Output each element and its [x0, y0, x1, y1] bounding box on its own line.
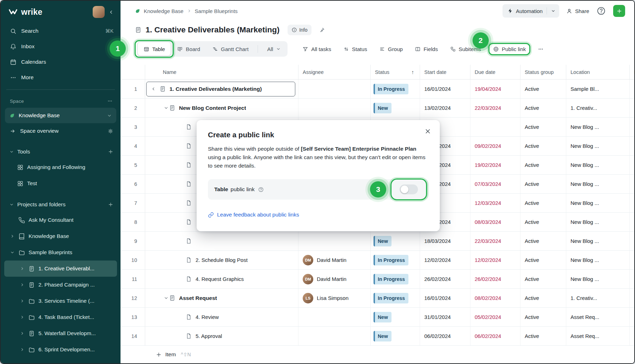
breadcrumb-knowledge-base[interactable]: Knowledge Base	[144, 8, 184, 14]
column-header-start-date[interactable]: Start date	[420, 65, 470, 79]
sidebar-item-6-sprint-developmen[interactable]: 6. Sprint Developmen...	[4, 341, 117, 358]
column-header-status-group[interactable]: Status group	[520, 65, 566, 79]
due-date-cell[interactable]: 19/04/2024	[470, 80, 520, 98]
start-date-cell[interactable]: 16/01/2024	[420, 80, 470, 98]
sidebar-item-knowledge-base[interactable]: Knowledge Base	[4, 228, 117, 244]
files-cell[interactable]	[630, 308, 634, 326]
column-header-name[interactable]: Name	[145, 65, 298, 79]
files-cell[interactable]	[630, 251, 634, 269]
status-group-cell[interactable]: Active	[520, 137, 566, 155]
name-cell[interactable]: 4. Request Graphics	[145, 270, 298, 288]
start-date-cell[interactable]: 26/02/2024	[420, 270, 470, 288]
view-filter-all-dropdown[interactable]: All	[261, 42, 286, 56]
status-cell[interactable]: New	[371, 99, 420, 117]
location-cell[interactable]: Asset Req...	[566, 327, 630, 345]
assignee-cell[interactable]	[298, 308, 371, 326]
automation-button[interactable]: Automation	[503, 4, 559, 18]
start-date-cell[interactable]: 31/01/2024	[420, 308, 470, 326]
start-date-cell[interactable]: 18/03/2024	[420, 232, 470, 250]
view-tab-board[interactable]: Board	[171, 42, 206, 56]
due-date-cell[interactable]: 12/02/2024	[470, 251, 520, 269]
column-header-files[interactable]: Fi	[630, 65, 634, 79]
start-date-cell[interactable]: 13/02/2024	[420, 99, 470, 117]
status-badge[interactable]: New	[374, 331, 392, 341]
status-badge[interactable]: In Progress	[374, 274, 408, 284]
column-header-status[interactable]: Status↑	[371, 65, 420, 79]
sidebar-section-projects[interactable]: Projects and folders	[1, 197, 121, 212]
status-badge[interactable]: In Progress	[374, 255, 408, 265]
location-cell[interactable]: 1. Creativ...	[566, 99, 630, 117]
chevron-down-icon[interactable]	[551, 8, 556, 13]
due-date-cell[interactable]: 26/02/2024	[470, 270, 520, 288]
status-group-cell[interactable]: Active	[520, 251, 566, 269]
files-cell[interactable]	[630, 175, 634, 193]
due-date-cell[interactable]: 08/02/2024	[470, 289, 520, 307]
info-button[interactable]: Info	[288, 25, 311, 35]
sort-ascending-indicator[interactable]: ↑	[412, 69, 414, 75]
status-group-cell[interactable]: Active	[520, 213, 566, 231]
status-group-cell[interactable]: Active	[520, 327, 566, 345]
sidebar-item-calendars[interactable]: Calendars	[1, 54, 121, 70]
due-date-cell[interactable]: 22/03/2024	[470, 99, 520, 117]
location-cell[interactable]: New Blog ...	[566, 137, 630, 155]
add-item-row[interactable]: Item ^⇧N	[121, 346, 634, 363]
status-group-cell[interactable]: Active	[520, 118, 566, 136]
sidebar-item-inbox[interactable]: Inbox	[1, 39, 121, 54]
location-cell[interactable]: New Blog ...	[566, 232, 630, 250]
status-group-cell[interactable]: Active	[520, 232, 566, 250]
assignee-cell[interactable]	[298, 80, 371, 98]
status-cell[interactable]: New	[371, 308, 420, 326]
start-date-cell[interactable]: 06/02/2024	[420, 327, 470, 345]
breadcrumb-sample-blueprints[interactable]: Sample Blueprints	[195, 8, 238, 14]
toolbar-more-button[interactable]	[538, 46, 544, 52]
name-cell[interactable]: New Blog Content Project	[145, 99, 298, 117]
sidebar-section-tools[interactable]: Tools	[1, 144, 121, 159]
files-cell[interactable]	[630, 118, 634, 136]
assignee-cell[interactable]: LSLisa Simpson	[298, 289, 371, 307]
share-button[interactable]: Share	[566, 8, 589, 14]
assignee-cell[interactable]: DMDavid Martin	[298, 270, 371, 288]
status-group-cell[interactable]: Active	[520, 175, 566, 193]
column-header-assignee[interactable]: Assignee	[298, 65, 371, 79]
fields-button[interactable]: Fields	[415, 46, 438, 52]
location-cell[interactable]: New Blog ...	[566, 213, 630, 231]
sidebar-item-more[interactable]: More	[1, 70, 121, 85]
sidebar-item-space-overview[interactable]: Space overview	[1, 123, 121, 139]
name-cell[interactable]	[145, 232, 298, 250]
status-group-cell[interactable]: Active	[520, 80, 566, 98]
help-question-icon[interactable]	[258, 187, 264, 193]
sidebar-item-search[interactable]: Search ⌘K	[1, 23, 121, 39]
status-badge[interactable]: In Progress	[374, 293, 408, 303]
status-badge[interactable]: New	[374, 312, 392, 322]
column-header-due-date[interactable]: Due date	[470, 65, 520, 79]
status-badge[interactable]: In Progress	[374, 84, 408, 94]
due-date-cell[interactable]: 22/03/2024	[470, 232, 520, 250]
status-badge[interactable]: New	[374, 236, 392, 246]
location-cell[interactable]: New Blog ...	[566, 175, 630, 193]
due-date-cell[interactable]: 08/03/2024	[470, 213, 520, 231]
sidebar-item-test[interactable]: Test	[4, 175, 117, 192]
assignee-cell[interactable]	[298, 327, 371, 345]
due-date-cell[interactable]: 06/02/2024	[470, 327, 520, 345]
files-cell[interactable]	[630, 232, 634, 250]
files-cell[interactable]	[630, 137, 634, 155]
status-group-cell[interactable]: Active	[520, 99, 566, 117]
create-new-button[interactable]	[613, 5, 625, 17]
due-date-cell[interactable]: 07/03/2024	[470, 175, 520, 193]
add-tool-button[interactable]	[108, 149, 113, 155]
sidebar-collapse-button[interactable]	[108, 9, 114, 15]
status-cell[interactable]: New	[371, 232, 420, 250]
sidebar-item-ask-my-consultant[interactable]: Ask My Consultant	[4, 212, 117, 228]
name-cell[interactable]: 4. Review	[145, 308, 298, 326]
due-date-cell[interactable]: 12/03/2024	[470, 194, 520, 212]
location-cell[interactable]: New Blog ...	[566, 156, 630, 174]
due-date-cell[interactable]: 05/02/2024	[470, 308, 520, 326]
selected-item-outline[interactable]: 1. Creative Deliverables (Marketing)	[146, 82, 295, 96]
files-cell[interactable]	[630, 156, 634, 174]
files-cell[interactable]	[630, 327, 634, 345]
user-avatar[interactable]	[93, 6, 105, 18]
add-project-button[interactable]	[108, 202, 113, 207]
files-cell[interactable]	[630, 270, 634, 288]
space-selector[interactable]: Knowledge Base	[5, 108, 116, 123]
location-cell[interactable]: New Blog ...	[566, 270, 630, 288]
